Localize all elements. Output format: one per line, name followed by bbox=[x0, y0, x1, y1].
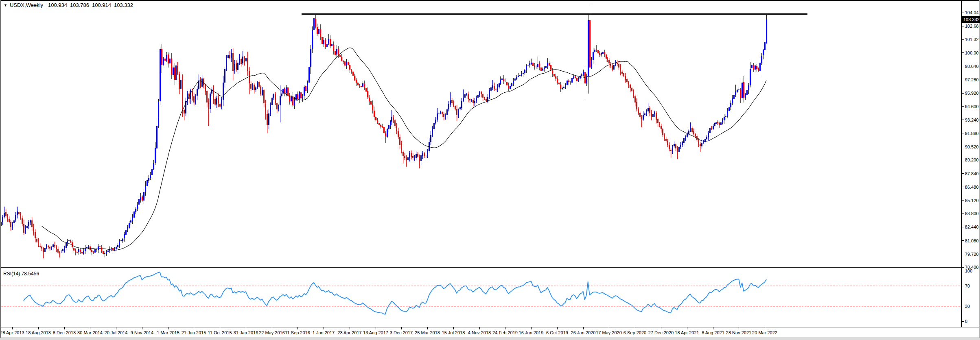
date-tick-label: 31 Jan 2016 bbox=[234, 330, 258, 335]
date-tick-label: 27 Dec 2020 bbox=[648, 330, 674, 335]
price-tick-label: 91.880 bbox=[965, 131, 979, 136]
date-tick-label: 6 Sep 2020 bbox=[623, 330, 646, 335]
price-tick-label: 79.720 bbox=[965, 252, 979, 257]
price-axis: 104.040102.680101.320100.00098.64097.280… bbox=[961, 10, 980, 270]
quote-open: 100.934 bbox=[48, 2, 67, 8]
price-tick-label: 82.440 bbox=[965, 224, 979, 229]
date-tick-label: 23 Apr 2017 bbox=[337, 330, 361, 335]
date-tick-label: 15 Jul 2018 bbox=[442, 330, 465, 335]
price-tick-label: 94.600 bbox=[965, 104, 979, 109]
date-tick-label: 21 Jun 2015 bbox=[182, 330, 206, 335]
date-axis: 28 Apr 201318 Aug 20138 Dec 201330 Mar 2… bbox=[0, 327, 777, 335]
date-tick-label: 18 Apr 2021 bbox=[675, 330, 699, 335]
date-tick-label: 6 Oct 2019 bbox=[546, 330, 568, 335]
rsi-line bbox=[24, 272, 766, 314]
date-tick-label: 3 Dec 2017 bbox=[390, 330, 413, 335]
price-tick-label: 85.120 bbox=[965, 198, 979, 203]
price-tick-label: 101.320 bbox=[965, 37, 980, 42]
date-tick-label: 8 Aug 2021 bbox=[702, 330, 724, 335]
price-tick-label: 93.240 bbox=[965, 118, 979, 122]
price-tick-label: 102.680 bbox=[965, 24, 980, 28]
date-tick-label: 24 Feb 2019 bbox=[492, 330, 518, 335]
price-tick-label: 90.520 bbox=[965, 144, 979, 149]
rsi-tick-label: 0 bbox=[965, 319, 967, 324]
symbol-timeframe-label: USDX,Weekly bbox=[10, 2, 43, 8]
date-tick-label: 30 Mar 2014 bbox=[77, 330, 103, 335]
price-tick-label: 97.280 bbox=[965, 77, 979, 82]
date-tick-label: 9 Nov 2014 bbox=[131, 330, 153, 335]
price-tick-label: 86.480 bbox=[965, 185, 979, 190]
date-tick-label: 16 Jun 2019 bbox=[519, 330, 544, 335]
date-tick-label: 11 Sep 2016 bbox=[285, 330, 310, 335]
date-tick-label: 18 Aug 2013 bbox=[26, 330, 51, 335]
rsi-tick-label: 100 bbox=[965, 268, 972, 273]
price-tick-label: 83.800 bbox=[965, 211, 979, 216]
price-tick-label: 100.000 bbox=[965, 50, 980, 55]
date-tick-label: 13 Aug 2017 bbox=[363, 330, 388, 335]
rsi-tick-label: 30 bbox=[965, 304, 970, 309]
rsi-name: RSI(14) bbox=[3, 271, 20, 277]
price-tick-label: 104.040 bbox=[965, 10, 980, 15]
rsi-axis: 10070300 bbox=[961, 268, 972, 324]
rsi-value: 78.5456 bbox=[22, 271, 39, 277]
rsi-tick-label: 70 bbox=[965, 283, 970, 288]
date-tick-label: 26 Jan 2020 bbox=[571, 330, 596, 335]
date-tick-label: 20 Mar 2022 bbox=[752, 330, 777, 335]
chart-canvas[interactable]: 104.040102.680101.320100.00098.64097.280… bbox=[0, 0, 980, 340]
date-tick-label: 25 Mar 2018 bbox=[415, 330, 440, 335]
date-tick-label: 4 Nov 2018 bbox=[468, 330, 491, 335]
quote-low: 100.914 bbox=[92, 2, 111, 8]
date-tick-label: 1 Mar 2015 bbox=[157, 330, 179, 335]
date-tick-label: 1 Jan 2017 bbox=[313, 330, 335, 335]
price-tick-label: 89.200 bbox=[965, 157, 979, 162]
current-price-tag: 103.332 bbox=[962, 16, 980, 23]
price-tick-label: 87.840 bbox=[965, 171, 979, 176]
rsi-indicator-label: RSI(14) 78.5456 bbox=[3, 271, 39, 277]
date-tick-label: 11 Oct 2015 bbox=[208, 330, 232, 335]
quote-line: ▼USDX,Weekly100.934103.786100.914103.332 bbox=[4, 2, 136, 8]
date-tick-label: 28 Apr 2013 bbox=[0, 330, 24, 335]
quote-high: 103.786 bbox=[70, 2, 89, 8]
price-tick-label: 81.080 bbox=[965, 238, 979, 243]
price-tick-label: 98.640 bbox=[965, 64, 979, 69]
moving-average-line bbox=[42, 48, 766, 251]
date-tick-label: 17 May 2020 bbox=[596, 330, 622, 335]
candle-series bbox=[0, 6, 767, 258]
symbol-dropdown-icon[interactable]: ▼ bbox=[4, 3, 7, 7]
quote-close: 103.332 bbox=[114, 2, 133, 8]
chart-window: 104.040102.680101.320100.00098.64097.280… bbox=[0, 0, 980, 340]
date-tick-label: 28 Nov 2021 bbox=[726, 330, 751, 335]
price-tick-label: 95.920 bbox=[965, 91, 979, 96]
date-tick-label: 20 Jul 2014 bbox=[105, 330, 128, 335]
date-tick-label: 22 May 2016 bbox=[259, 330, 285, 335]
window-frame-left bbox=[0, 0, 1, 340]
window-frame-top bbox=[0, 0, 980, 1]
window-status-strip bbox=[0, 338, 980, 340]
date-tick-label: 8 Dec 2013 bbox=[53, 330, 76, 335]
